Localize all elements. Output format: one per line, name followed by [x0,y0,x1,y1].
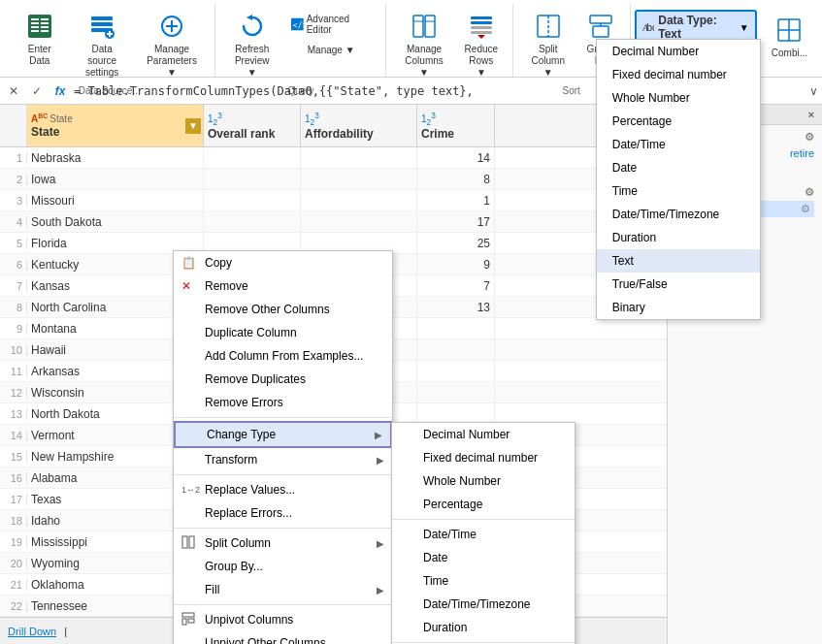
dt-binary[interactable]: Binary [597,296,760,319]
formula-check-icon[interactable]: ✓ [27,81,47,101]
row-num-4: 4 [0,216,27,228]
advanced-editor-label: Advanced Editor [307,14,372,35]
row-num-7: 7 [0,280,27,292]
menu-remove-other[interactable]: Remove Other Columns [174,298,392,321]
dt-fixed-decimal[interactable]: Fixed decimal number [597,63,760,86]
svg-rect-10 [91,22,113,26]
ct-time[interactable]: Time [392,569,575,593]
svg-rect-21 [413,16,423,37]
rank-cell-4 [204,211,301,232]
svg-rect-22 [425,16,435,37]
crime-cell-11 [417,361,495,381]
col-header-crime[interactable]: 123 Crime [417,105,495,146]
row-num-19: 19 [0,536,27,548]
dt-whole[interactable]: Whole Number [597,86,760,110]
manage-button[interactable]: Manage ▼ [284,41,378,59]
menu-fill[interactable]: Fill [174,578,392,601]
menu-unpivot-other[interactable]: Unpivot Other Columns [174,631,392,644]
dt-percentage[interactable]: Percentage [597,110,760,133]
reduce-rows-button[interactable]: ReduceRows ▼ [458,6,505,83]
data-type-dropdown-icon: ▼ [740,22,749,33]
dt-text[interactable]: Text [597,249,760,273]
ct-datetime[interactable]: Date/Time [392,523,575,546]
svg-rect-42 [182,613,194,617]
crime-cell-7: 7 [417,275,495,296]
enter-data-button[interactable]: Enter Data [12,6,68,72]
refresh-preview-button[interactable]: RefreshPreview ▼ [223,6,280,83]
data-source-settings-label: Data sourcesettings [79,44,126,79]
rank-cell-3 [204,190,301,210]
menu-group-by[interactable]: Group By... [174,555,392,578]
ribbon-group-query: RefreshPreview ▼ </> Advanced Editor Man… [215,4,386,77]
ct-duration[interactable]: Duration [392,616,575,639]
dt-truefalse[interactable]: True/False [597,273,760,296]
row-num-22: 22 [0,600,27,612]
ct-percentage[interactable]: Percentage [392,493,575,516]
svg-rect-2 [31,22,39,24]
ct-fixed-decimal[interactable]: Fixed decimal number [392,446,575,469]
right-panel-close-button[interactable]: × [808,109,814,120]
ct-decimal[interactable]: Decimal Number [392,423,575,446]
ct-sep-2 [392,642,575,643]
svg-rect-28 [471,31,492,34]
dt-date[interactable]: Date [597,156,760,179]
menu-remove-dupes[interactable]: Remove Duplicates [174,368,392,391]
ct-date[interactable]: Date [392,546,575,569]
row-num-6: 6 [0,259,27,271]
dt-datetime-tz[interactable]: Date/Time/Timezone [597,203,760,226]
svg-rect-9 [91,16,113,20]
menu-replace-errors[interactable]: Replace Errors... [174,501,392,525]
dt-time[interactable]: Time [597,179,760,203]
menu-duplicate[interactable]: Duplicate Column [174,321,392,344]
combine-label: Combi... [772,48,807,59]
manage-columns-button[interactable]: ManageColumns ▼ [394,6,453,83]
changed-type-settings-icon[interactable]: ⚙ [801,203,810,215]
data-source-settings-icon [86,11,117,42]
formula-expand-icon[interactable]: ∨ [809,84,818,98]
menu-remove[interactable]: ✕ Remove [174,274,392,298]
advanced-editor-button[interactable]: </> Advanced Editor [284,10,378,39]
ct-whole[interactable]: Whole Number [392,469,575,493]
col-header-state[interactable]: ABC State State ▼ [27,105,204,146]
afford-cell-1 [301,147,417,168]
combine-button[interactable]: Combi... [765,10,814,64]
ct-datetime-tz[interactable]: Date/Time/Timezone [392,593,575,616]
formula-fx-label: fx [50,81,70,101]
row-num-17: 17 [0,494,27,505]
data-source-settings-button[interactable]: Data sourcesettings [72,6,133,83]
crime-cell-13 [417,403,495,424]
properties-settings-icon[interactable]: ⚙ [805,131,814,144]
menu-add-from-examples[interactable]: Add Column From Examples... [174,344,392,368]
menu-copy[interactable]: 📋 Copy [174,251,392,274]
row-num-12: 12 [0,387,27,399]
crime-cell-6: 9 [417,254,495,274]
formula-close-icon[interactable]: ✕ [4,81,23,101]
row-num-16: 16 [0,472,27,484]
menu-replace-values[interactable]: 1↔2 Replace Values... [174,478,392,501]
applied-settings-icon[interactable]: ⚙ [805,186,814,199]
menu-transform[interactable]: Transform [174,448,392,471]
split-column-label: SplitColumn ▼ [528,44,569,79]
menu-change-type[interactable]: Change Type Decimal Number Fixed decimal… [174,421,392,448]
ribbon-group-datasource: Enter Data Data sourcesettings ManagePar… [4,4,215,77]
crime-cell-8: 13 [417,297,495,317]
col-header-rank[interactable]: 123 Overall rank [204,105,301,146]
enter-data-label: Enter Data [18,44,61,67]
split-column-button[interactable]: SplitColumn ▼ [521,6,575,83]
dt-datetime[interactable]: Date/Time [597,133,760,156]
col-menu-btn-state[interactable]: ▼ [185,118,201,134]
menu-unpivot[interactable]: Unpivot Columns [174,608,392,631]
row-num-9: 9 [0,323,27,335]
menu-remove-errors[interactable]: Remove Errors [174,391,392,414]
manage-parameters-button[interactable]: ManageParameters ▼ [137,6,208,83]
dt-decimal[interactable]: Decimal Number [597,40,760,63]
menu-split-column[interactable]: Split Column [174,531,392,555]
ribbon-group-columns: ManageColumns ▼ ReduceRows ▼ [386,4,513,77]
dt-duration[interactable]: Duration [597,226,760,249]
col-header-affordability[interactable]: 123 Affordability [301,105,417,146]
afford-cell-3 [301,190,417,210]
row-num-18: 18 [0,515,27,527]
drill-down-link[interactable]: Drill Down [8,626,56,637]
separator-1 [174,417,392,418]
crime-col-type: 123 [421,111,490,127]
